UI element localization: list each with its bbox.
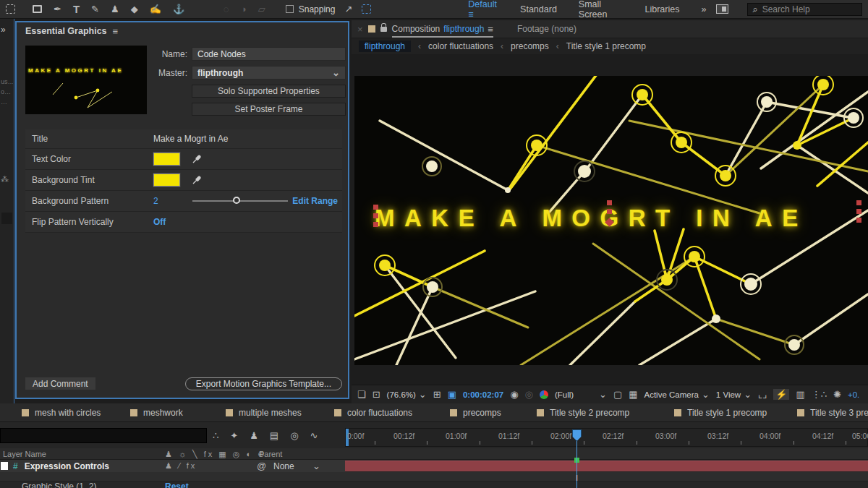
- layer-name[interactable]: Expression Controls: [25, 461, 109, 471]
- viewer-canvas[interactable]: MAKE A MOGRT IN AE: [352, 55, 868, 385]
- timeline-button-icon[interactable]: ▥: [796, 390, 804, 399]
- pickwhip-icon[interactable]: @: [257, 461, 266, 471]
- parent-dropdown[interactable]: None: [273, 461, 294, 471]
- current-time-display[interactable]: 0:00:02:07: [463, 390, 503, 399]
- workspace-small-screen[interactable]: Small Screen: [579, 0, 624, 20]
- layer-handle[interactable]: [607, 209, 612, 214]
- search-help-input[interactable]: ⌕ Search Help: [747, 3, 862, 16]
- property-name[interactable]: Graphic Style (1, 2): [22, 481, 96, 488]
- exposure-value[interactable]: +0.: [848, 390, 859, 399]
- close-icon[interactable]: ×: [357, 25, 363, 34]
- layer-name-header[interactable]: Layer Name: [3, 450, 46, 458]
- tab-title-style-3[interactable]: Title style 3 pre: [797, 408, 868, 418]
- layer-handle[interactable]: [856, 209, 861, 214]
- breadcrumb-color-fluctuations[interactable]: color fluctuations: [428, 41, 493, 51]
- background-tint-swatch[interactable]: [153, 174, 180, 187]
- flowchart-icon[interactable]: ⁂: [1, 175, 13, 184]
- workspace-menu-icon[interactable]: ≡: [468, 9, 473, 20]
- layer-color-swatch[interactable]: [1, 462, 8, 470]
- flip-pattern-toggle[interactable]: Off: [153, 217, 166, 227]
- workspace-default[interactable]: Default ≡: [468, 0, 498, 20]
- snapshot-icon[interactable]: ◉: [510, 390, 518, 399]
- layer-handle[interactable]: [373, 205, 378, 210]
- grid-guides-icon[interactable]: ⊞: [433, 390, 441, 399]
- time-ruler[interactable]: 0:00f 00:12f 01:00f 01:12f 02:00f 02:12f…: [345, 428, 868, 447]
- home-icon[interactable]: [6, 4, 15, 14]
- fast-previews-icon[interactable]: ⚡: [773, 389, 789, 400]
- slider-knob[interactable]: [233, 197, 240, 204]
- brush-tool-icon[interactable]: ✎: [91, 4, 99, 14]
- graph-editor-icon[interactable]: ∿: [310, 431, 318, 440]
- reset-exposure-icon[interactable]: ✺: [833, 390, 841, 399]
- comp-mini-flowchart-icon[interactable]: ∴: [213, 431, 218, 440]
- magnification-dropdown[interactable]: (76.6%)⌄: [387, 390, 427, 399]
- name-input[interactable]: Code Nodes: [192, 47, 346, 61]
- pixel-aspect-icon[interactable]: ⌞⌟: [758, 390, 767, 399]
- edit-range-link[interactable]: Edit Range: [292, 196, 338, 206]
- lock-icon[interactable]: [380, 27, 387, 32]
- layer-handle[interactable]: [856, 200, 861, 205]
- show-channels-icon[interactable]: [540, 390, 548, 399]
- motion-blur-icon[interactable]: ◎: [290, 431, 298, 440]
- tab-footage[interactable]: Footage (none): [517, 24, 576, 34]
- layer-row-expression-controls[interactable]: # Expression Controls ♟ ⁄ fx @ None ⌄: [0, 460, 345, 472]
- layer-handle[interactable]: [856, 218, 861, 223]
- tab-title-style-1[interactable]: Title style 1 precomp: [674, 408, 767, 418]
- breadcrumb-precomps[interactable]: precomps: [511, 41, 549, 51]
- eyedropper-icon[interactable]: [192, 175, 202, 185]
- add-comment-button[interactable]: Add Comment: [25, 377, 95, 390]
- workspace-bar-icon[interactable]: [716, 4, 728, 14]
- more-workspaces-chevron-icon[interactable]: »: [701, 4, 706, 14]
- tab-menu-icon[interactable]: ≡: [488, 25, 493, 34]
- parent-header[interactable]: Parent: [259, 450, 282, 458]
- workspace-standard[interactable]: Standard: [520, 4, 557, 14]
- background-pattern-slider[interactable]: [192, 200, 288, 202]
- camera-dropdown[interactable]: Active Camera⌄: [644, 390, 710, 399]
- type-tool-icon[interactable]: T: [73, 4, 80, 14]
- eyedropper-icon[interactable]: [192, 154, 202, 164]
- pen-tool-icon[interactable]: ✒: [54, 4, 61, 14]
- export-mogrt-button[interactable]: Export Motion Graphics Template...: [185, 377, 342, 390]
- clone-stamp-tool-icon[interactable]: ♟: [111, 4, 119, 14]
- puppet-pin-tool-icon[interactable]: ⚓: [173, 4, 184, 14]
- tab-title-style-2[interactable]: Title style 2 precomp: [537, 408, 629, 418]
- layer-handle[interactable]: [607, 200, 612, 205]
- mask-visibility-icon[interactable]: ▣: [448, 390, 456, 399]
- snap-arrow-icon[interactable]: ↗: [344, 4, 352, 14]
- tab-multiple-meshes[interactable]: multiple meshes: [226, 408, 302, 418]
- text-color-swatch[interactable]: [153, 153, 180, 166]
- tab-meshwork[interactable]: meshwork: [130, 408, 183, 418]
- background-pattern-value[interactable]: 2: [153, 196, 168, 206]
- workspace-libraries[interactable]: Libraries: [644, 4, 679, 14]
- layer-handle[interactable]: [373, 222, 378, 227]
- transparency-grid-icon[interactable]: ▦: [629, 390, 637, 399]
- roto-brush-tool-icon[interactable]: ✍: [150, 4, 161, 14]
- tab-color-fluctuations[interactable]: color fluctuations: [334, 408, 412, 418]
- frame-blending-icon[interactable]: ▤: [270, 431, 278, 440]
- timeline-search-input[interactable]: [0, 428, 207, 443]
- comp-flowchart-icon[interactable]: ⋮∴: [812, 390, 827, 399]
- view-layout-dropdown[interactable]: 1 View⌄: [716, 390, 752, 399]
- breadcrumb-flipthrough[interactable]: flipthrough: [359, 40, 411, 52]
- always-preview-icon[interactable]: ❏: [357, 390, 366, 399]
- expand-tools-icon[interactable]: [362, 4, 371, 14]
- master-dropdown[interactable]: flipthrough ⌄: [192, 66, 346, 80]
- breadcrumb-title-style-1[interactable]: Title style 1 precomp: [566, 41, 646, 51]
- layer-duration-bar[interactable]: [345, 461, 868, 471]
- primary-viewer-icon[interactable]: ⊡: [373, 390, 380, 399]
- composition-frame[interactable]: MAKE A MOGRT IN AE: [354, 76, 868, 365]
- property-row-title[interactable]: Title Make a Mogrt in Ae: [25, 129, 342, 149]
- hide-shy-layers-icon[interactable]: ♟: [250, 431, 258, 440]
- rectangle-tool-icon[interactable]: [33, 5, 42, 13]
- tab-mesh-with-circles[interactable]: mesh with circles: [22, 408, 101, 418]
- title-value[interactable]: Make a Mogrt in Ae: [153, 134, 228, 144]
- tab-precomps[interactable]: precomps: [450, 408, 501, 418]
- reset-link[interactable]: Reset: [165, 481, 189, 488]
- tab-composition[interactable]: Composition flipthrough ≡: [392, 24, 493, 38]
- region-of-interest-icon[interactable]: ▢: [613, 390, 622, 399]
- resolution-dropdown[interactable]: (Full)⌄: [555, 390, 607, 399]
- expand-panel-icon[interactable]: »: [1, 25, 13, 35]
- layer-switches[interactable]: ♟ ⁄ fx: [165, 461, 197, 471]
- eraser-tool-icon[interactable]: ◆: [131, 4, 138, 14]
- draft-3d-icon[interactable]: ✦: [230, 431, 238, 440]
